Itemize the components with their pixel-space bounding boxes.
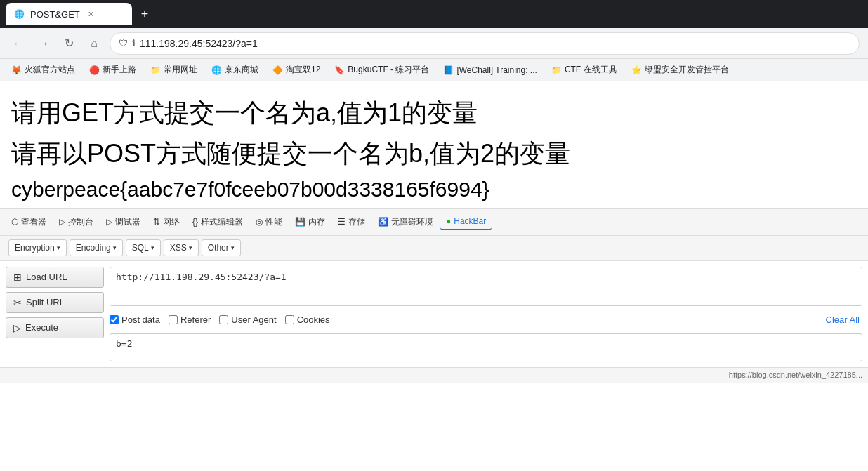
back-button[interactable]: ← — [8, 34, 28, 53]
url-input[interactable] — [110, 267, 862, 306]
inspector-label: 查看器 — [21, 216, 46, 228]
bookmark-icon: 📘 — [443, 65, 454, 75]
xss-menu[interactable]: XSS ▾ — [164, 239, 199, 256]
bookmark-wechall[interactable]: 📘 [WeChall] Training: ... — [438, 63, 543, 77]
hackbar-panel: Encryption ▾ Encoding ▾ SQL ▾ XSS ▾ Othe… — [0, 235, 868, 367]
devtool-accessibility[interactable]: ♿ 无障碍环境 — [372, 213, 439, 231]
hackbar-body: ⊞ Load URL ✂ Split URL ▷ Execute Post da… — [0, 261, 868, 367]
other-label: Other — [208, 243, 229, 253]
status-bar: https://blog.csdn.net/weixin_4227185... — [0, 367, 868, 383]
referer-checkbox[interactable]: Referer — [169, 314, 211, 325]
tab-title: POST&GET — [30, 9, 80, 20]
user-agent-label: User Agent — [231, 314, 276, 325]
hackbar-label: HackBar — [454, 216, 486, 226]
memory-label: 内存 — [308, 216, 325, 228]
clear-all-button[interactable]: Clear All — [823, 314, 862, 325]
bookmark-icon: ⭐ — [631, 65, 642, 75]
bookmark-icon: 📁 — [150, 65, 161, 75]
encryption-menu[interactable]: Encryption ▾ — [8, 239, 67, 256]
split-url-icon: ✂ — [13, 297, 22, 308]
info-icon: ℹ — [132, 38, 136, 48]
bookmark-label: 淘宝双12 — [286, 64, 320, 76]
execute-label: Execute — [25, 322, 58, 333]
devtool-memory[interactable]: 💾 内存 — [289, 213, 331, 231]
load-url-icon: ⊞ — [13, 272, 22, 283]
bookmark-label: 常用网址 — [164, 64, 197, 76]
console-label: 控制台 — [68, 216, 93, 228]
bookmark-label: 新手上路 — [103, 64, 136, 76]
style-editor-label: 样式编辑器 — [201, 216, 243, 228]
refresh-button[interactable]: ↻ — [59, 34, 79, 53]
devtool-console[interactable]: ▷ 控制台 — [53, 213, 99, 231]
inspector-icon: ⬡ — [11, 217, 18, 227]
tab-close-button[interactable]: ✕ — [86, 8, 97, 20]
hackbar-main: Post data Referer User Agent Cookies Cle… — [110, 267, 862, 361]
forward-button[interactable]: → — [34, 34, 53, 53]
new-tab-button[interactable]: + — [135, 4, 154, 24]
bookmark-newbie[interactable]: 🔴 新手上路 — [84, 62, 142, 78]
bookmark-label: 京东商城 — [225, 64, 258, 76]
page-content: 请用GET方式提交一个名为a,值为1的变量 请再以POST方式随便提交一个名为b… — [0, 81, 868, 208]
bookmark-icon: 🔶 — [272, 65, 283, 75]
devtool-network[interactable]: ⇅ 网络 — [147, 213, 185, 231]
user-agent-checkbox-input[interactable] — [219, 315, 228, 324]
accessibility-icon: ♿ — [378, 217, 388, 227]
encoding-chevron: ▾ — [113, 244, 117, 251]
tab-favicon: 🌐 — [14, 9, 25, 19]
devtool-debugger[interactable]: ▷ 调试器 — [100, 213, 146, 231]
bookmarks-bar: 🦊 火狐官方站点 🔴 新手上路 📁 常用网址 🌐 京东商城 🔶 淘宝双12 🔖 … — [0, 59, 868, 81]
cookies-checkbox[interactable]: Cookies — [285, 314, 330, 325]
active-tab[interactable]: 🌐 POST&GET ✕ — [6, 3, 132, 25]
status-url: https://blog.csdn.net/weixin_4227185... — [729, 371, 862, 379]
devtool-performance[interactable]: ◎ 性能 — [250, 213, 288, 231]
split-url-button[interactable]: ✂ Split URL — [6, 292, 104, 313]
devtool-storage[interactable]: ☰ 存储 — [332, 213, 371, 231]
hackbar-options: Post data Referer User Agent Cookies Cle… — [110, 312, 862, 328]
shield-icon: 🛡 — [119, 38, 128, 48]
execute-button[interactable]: ▷ Execute — [6, 317, 104, 338]
post-data-checkbox-input[interactable] — [110, 315, 119, 324]
load-url-label: Load URL — [26, 272, 67, 282]
home-button[interactable]: ⌂ — [84, 34, 104, 53]
style-editor-icon: {} — [192, 217, 198, 227]
bookmark-label: [WeChall] Training: ... — [456, 65, 537, 75]
post-data-checkbox[interactable]: Post data — [110, 314, 160, 325]
user-agent-checkbox[interactable]: User Agent — [219, 314, 276, 325]
debugger-icon: ▷ — [106, 217, 112, 227]
network-icon: ⇅ — [153, 217, 160, 227]
cookies-checkbox-input[interactable] — [285, 315, 294, 324]
load-url-button[interactable]: ⊞ Load URL — [6, 267, 104, 288]
bookmark-huhu[interactable]: 🦊 火狐官方站点 — [6, 62, 81, 78]
other-chevron: ▾ — [231, 244, 235, 251]
devtool-inspector[interactable]: ⬡ 查看器 — [6, 213, 52, 231]
devtool-hackbar[interactable]: ● HackBar — [440, 213, 492, 230]
encoding-menu[interactable]: Encoding ▾ — [70, 239, 123, 256]
bookmark-ctf[interactable]: 📁 CTF 在线工具 — [546, 62, 623, 78]
other-menu[interactable]: Other ▾ — [202, 239, 241, 256]
bookmark-icon: 🔴 — [89, 65, 100, 75]
post-data-input[interactable] — [110, 333, 862, 361]
sql-label: SQL — [132, 243, 149, 253]
bookmark-icon: 🌐 — [211, 65, 222, 75]
url-display[interactable]: 111.198.29.45:52423/?a=1 — [140, 38, 850, 49]
memory-icon: 💾 — [295, 217, 305, 227]
debugger-label: 调试器 — [115, 216, 140, 228]
referer-checkbox-input[interactable] — [169, 315, 178, 324]
browser-titlebar: 🌐 POST&GET ✕ + — [0, 0, 868, 28]
encryption-chevron: ▾ — [57, 244, 60, 251]
bookmark-label: BugkuCTF - 练习平台 — [348, 64, 429, 76]
bookmark-common[interactable]: 📁 常用网址 — [145, 62, 203, 78]
xss-label: XSS — [170, 243, 187, 253]
bookmark-lvmeng[interactable]: ⭐ 绿盟安全开发管控平台 — [626, 62, 735, 78]
bookmark-jd[interactable]: 🌐 京东商城 — [206, 62, 264, 78]
address-bar[interactable]: 🛡 ℹ 111.198.29.45:52423/?a=1 — [110, 32, 860, 55]
cookies-label: Cookies — [297, 314, 330, 325]
sql-menu[interactable]: SQL ▾ — [126, 239, 161, 256]
bookmark-taobao[interactable]: 🔶 淘宝双12 — [267, 62, 326, 78]
bookmark-bugku[interactable]: 🔖 BugkuCTF - 练习平台 — [329, 62, 435, 78]
sql-chevron: ▾ — [151, 244, 154, 251]
performance-icon: ◎ — [256, 217, 263, 227]
devtool-style-editor[interactable]: {} 样式编辑器 — [187, 213, 249, 231]
encryption-label: Encryption — [15, 243, 55, 253]
split-url-label: Split URL — [26, 297, 65, 307]
